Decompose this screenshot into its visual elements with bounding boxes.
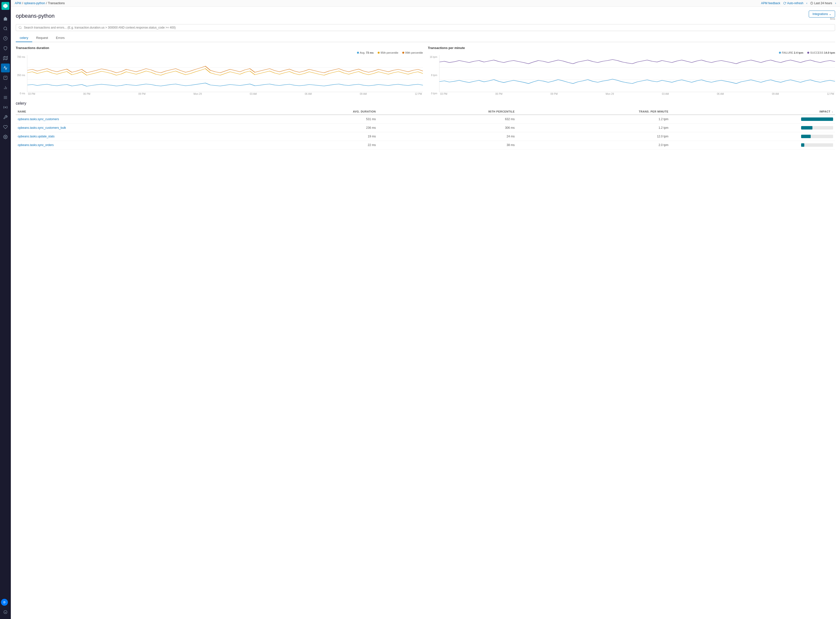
- apm-feedback-button[interactable]: APM feedback: [761, 1, 780, 5]
- time-range-selector[interactable]: Last 24 hours: [810, 1, 832, 5]
- duration-x-axis: 03 PM 06 PM 09 PM Mon 29 03 AM 06 AM 09 …: [27, 93, 423, 95]
- sidebar-item-security[interactable]: [1, 44, 10, 53]
- legend-failure: FAILURE 2.4 tpm: [779, 51, 803, 54]
- legend-failure-label: FAILURE 2.4 tpm: [782, 51, 803, 54]
- search-icon: [18, 26, 22, 29]
- breadcrumb: APM / opbeans-python / Transactions: [15, 1, 65, 5]
- legend-success-label: SUCCESS 14.0 tpm: [810, 51, 835, 54]
- sidebar-item-uptime[interactable]: [1, 73, 10, 82]
- per-minute-chart-area: 03 PM 06 PM 09 PM Mon 29 03 AM 06 AM 09 …: [439, 55, 835, 95]
- legend-p95-label: 95th percentile: [381, 51, 398, 54]
- charts-row: Transactions duration Avg. 73 ms 95th pe…: [16, 46, 835, 95]
- table-row: opbeans.tasks.sync_orders 22 ms 38 ms 2.…: [16, 141, 835, 150]
- duration-y-axis: 700 ms 350 ms 0 ms: [16, 55, 26, 95]
- tab-celery[interactable]: celery: [16, 34, 32, 42]
- next-time-button[interactable]: ›: [835, 1, 836, 5]
- tab-errors[interactable]: Errors: [52, 34, 69, 42]
- user-avatar[interactable]: D: [1, 599, 8, 606]
- task-name-cell[interactable]: opbeans.tasks.update_stats: [16, 132, 255, 141]
- tabs: celery Request Errors: [16, 34, 835, 42]
- breadcrumb-sep2: /: [46, 1, 47, 5]
- sidebar-item-home[interactable]: [1, 14, 10, 23]
- per-minute-x-axis: 03 PM 06 PM 09 PM Mon 29 03 AM 06 AM 09 …: [439, 93, 835, 95]
- transactions-table: Name Avg. duration 95th percentile Trans…: [16, 109, 835, 150]
- duration-chart-svg: [27, 55, 423, 92]
- col-name: Name: [16, 109, 255, 115]
- page-content: opbeans-python Integrations ⌄ Beta celer…: [11, 7, 840, 619]
- per-minute-chart: Transactions per minute FAILURE 2.4 tpm …: [428, 46, 835, 95]
- legend-avg-label: Avg. 73 ms: [360, 51, 374, 54]
- tpm-cell: 1.2 tpm: [517, 115, 671, 124]
- sidebar-item-metrics[interactable]: [1, 83, 10, 92]
- sidebar-item-logs[interactable]: [1, 93, 10, 102]
- legend-p95-dot: [378, 52, 380, 54]
- impact-bar-container: [801, 117, 833, 121]
- sidebar-item-discover[interactable]: [1, 24, 10, 33]
- task-name-cell[interactable]: opbeans.tasks.sync_customers_bulk: [16, 124, 255, 132]
- main-content: APM / opbeans-python / Transactions APM …: [11, 0, 840, 619]
- per-minute-chart-title: Transactions per minute: [428, 46, 835, 50]
- legend-avg-dot: [357, 52, 359, 54]
- refresh-icon: [783, 2, 786, 4]
- beta-label: Beta: [830, 18, 835, 20]
- duration-chart-title: Transactions duration: [16, 46, 423, 50]
- sidebar: D: [0, 0, 11, 619]
- tab-request[interactable]: Request: [32, 34, 52, 42]
- breadcrumb-apm[interactable]: APM: [15, 1, 21, 5]
- sidebar-item-timelion[interactable]: [1, 34, 10, 43]
- svg-point-13: [5, 107, 6, 108]
- tpm-cell: 2.0 tpm: [517, 141, 671, 150]
- avg-duration-cell: 22 ms: [255, 141, 378, 150]
- impact-bar-container: [801, 135, 833, 138]
- per-minute-chart-svg: [439, 55, 835, 92]
- sidebar-item-canvas[interactable]: [1, 103, 10, 112]
- duration-chart-legend: Avg. 73 ms 95th percentile 99th percenti…: [16, 51, 423, 54]
- search-bar[interactable]: [16, 24, 835, 31]
- page-header: opbeans-python Integrations ⌄ Beta: [16, 10, 835, 21]
- table-row: opbeans.tasks.sync_customers_bulk 236 ms…: [16, 124, 835, 132]
- breadcrumb-current: Transactions: [48, 1, 65, 5]
- col-avg-duration: Avg. duration: [255, 109, 378, 115]
- sidebar-item-apm[interactable]: [1, 64, 10, 72]
- sidebar-item-settings[interactable]: [1, 133, 10, 141]
- svg-point-14: [5, 136, 6, 138]
- topbar-actions: APM feedback Auto-refresh ‹ Last 24 hour…: [761, 1, 836, 5]
- avg-duration-cell: 236 ms: [255, 124, 378, 132]
- per-minute-chart-legend: FAILURE 2.4 tpm SUCCESS 14.0 tpm: [428, 51, 835, 54]
- avg-duration-cell: 19 ms: [255, 132, 378, 141]
- integrations-button[interactable]: Integrations ⌄: [809, 10, 835, 18]
- auto-refresh-button[interactable]: Auto-refresh: [783, 1, 803, 5]
- table-row: opbeans.tasks.update_stats 19 ms 24 ms 1…: [16, 132, 835, 141]
- breadcrumb-service[interactable]: opbeans-python: [24, 1, 45, 5]
- legend-p95: 95th percentile: [378, 51, 398, 54]
- duration-chart: Transactions duration Avg. 73 ms 95th pe…: [16, 46, 423, 95]
- legend-p99-label: 99th percentile: [405, 51, 423, 54]
- prev-time-button[interactable]: ‹: [806, 1, 807, 5]
- svg-line-1: [6, 29, 7, 30]
- page-title: opbeans-python: [16, 13, 55, 19]
- sidebar-item-monitoring[interactable]: [1, 123, 10, 132]
- breadcrumb-sep1: /: [22, 1, 23, 5]
- topbar: APM / opbeans-python / Transactions APM …: [11, 0, 840, 7]
- task-name-cell[interactable]: opbeans.tasks.sync_orders: [16, 141, 255, 150]
- svg-line-18: [21, 28, 22, 29]
- sidebar-item-dev-tools[interactable]: [1, 113, 10, 122]
- impact-bar-fill: [801, 143, 804, 147]
- col-impact[interactable]: Impact ↓: [670, 109, 835, 115]
- chevron-down-icon: ⌄: [829, 12, 831, 16]
- impact-cell: [670, 115, 835, 124]
- table-row: opbeans.tasks.sync_customers 531 ms 632 …: [16, 115, 835, 124]
- avg-duration-cell: 531 ms: [255, 115, 378, 124]
- tpm-cell: 1.2 tpm: [517, 124, 671, 132]
- col-tpm: Trans. per minute: [517, 109, 671, 115]
- sidebar-item-collapse[interactable]: [1, 608, 10, 616]
- p95-cell: 306 ms: [378, 124, 517, 132]
- task-name-cell[interactable]: opbeans.tasks.sync_customers: [16, 115, 255, 124]
- svg-point-0: [4, 27, 7, 30]
- duration-chart-area: 03 PM 06 PM 09 PM Mon 29 03 AM 06 AM 09 …: [27, 55, 423, 95]
- legend-avg: Avg. 73 ms: [357, 51, 374, 54]
- sidebar-item-maps[interactable]: [1, 54, 10, 63]
- svg-point-15: [4, 610, 7, 614]
- logo[interactable]: [1, 2, 9, 10]
- search-input[interactable]: [24, 26, 833, 29]
